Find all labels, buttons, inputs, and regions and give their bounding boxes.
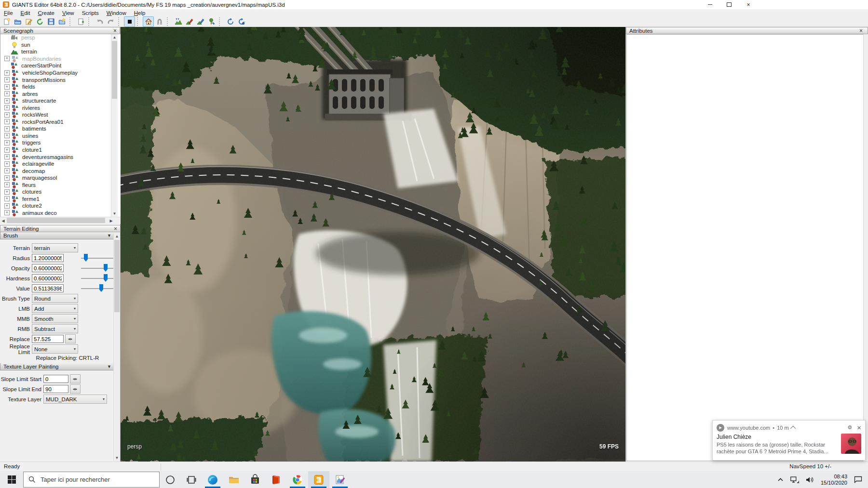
scroll-right-icon[interactable]: ▶ — [108, 217, 114, 224]
texture-section-header[interactable]: Texture Layer Painting ▼ — [0, 363, 121, 370]
spinner-arrows-icon[interactable]: ◂▸ — [70, 374, 81, 383]
scenegraph-item-cloture2[interactable]: +cloture2 — [0, 202, 121, 210]
scenegraph-item-arbres[interactable]: +arbres — [0, 90, 121, 97]
rmb-dropdown[interactable]: Subtract▾ — [32, 324, 78, 333]
slope-limit-end-input[interactable] — [43, 385, 68, 393]
expand-icon[interactable]: + — [4, 175, 10, 181]
export-icon[interactable] — [56, 16, 68, 27]
new-file-icon[interactable] — [1, 16, 12, 27]
scenegraph-item-fleurs[interactable]: +fleurs — [0, 181, 121, 188]
scenegraph-item-vehicleShopGameplay[interactable]: +vehicleShopGameplay — [0, 69, 121, 77]
brush-section-header[interactable]: Brush ▼ — [0, 232, 121, 239]
expand-icon[interactable]: + — [4, 105, 10, 110]
expand-icon[interactable]: + — [4, 77, 10, 82]
expand-icon[interactable]: + — [4, 91, 10, 96]
slider-thumb[interactable] — [84, 254, 88, 262]
value-input[interactable] — [32, 284, 64, 292]
terrain-panel-scrollbar[interactable]: ▲ ▼ — [113, 233, 120, 461]
menu-edit[interactable]: Edit — [17, 9, 34, 16]
spinner-arrows-icon[interactable]: ◂▸ — [65, 334, 76, 343]
browser-notification[interactable]: www.youtube.com • 10 m ⚙ × Julien Chièze… — [712, 420, 866, 461]
radius-slider[interactable] — [81, 254, 114, 262]
expand-icon[interactable]: + — [4, 182, 10, 187]
scroll-up-icon[interactable]: ▲ — [114, 233, 120, 239]
scenegraph-item-usines[interactable]: +usines — [0, 132, 121, 140]
menu-window[interactable]: Window — [103, 9, 130, 16]
menu-file[interactable]: File — [0, 9, 17, 16]
slope-limit-start-input[interactable] — [43, 375, 68, 383]
scenegraph-item-deventuresmagasins[interactable]: +deventuresmagasins — [0, 153, 121, 160]
cortana-button[interactable] — [160, 471, 181, 488]
scroll-down-icon[interactable]: ▼ — [111, 211, 118, 217]
terrain-dropdown[interactable]: terrain▾ — [32, 243, 78, 252]
scroll-down-icon[interactable]: ▼ — [114, 455, 120, 461]
scenegraph-vscrollbar[interactable]: ▲ ▼ — [111, 34, 118, 217]
menu-view[interactable]: View — [58, 9, 78, 16]
foliage-paint-icon[interactable] — [195, 16, 206, 27]
value-slider[interactable] — [81, 284, 114, 292]
scenegraph-item-fields[interactable]: +fields — [0, 83, 121, 91]
scenegraph-item-eclairageville[interactable]: +eclairageville — [0, 160, 121, 168]
terrain-paint-icon[interactable] — [184, 16, 195, 27]
3d-viewport[interactable]: persp 59 FPS — [121, 27, 625, 462]
action-center-icon[interactable] — [854, 476, 862, 483]
open-file-icon[interactable] — [12, 16, 23, 27]
scenegraph-item-animaux-deco[interactable]: +animaux deco — [0, 210, 121, 217]
edit-notes-icon[interactable] — [23, 16, 34, 27]
expand-icon[interactable]: + — [4, 112, 10, 118]
hardness-slider[interactable] — [81, 274, 114, 282]
minimize-button[interactable] — [700, 0, 719, 9]
opacity-slider[interactable] — [81, 264, 114, 272]
slider-thumb[interactable] — [104, 264, 108, 272]
reload-scripts-icon[interactable] — [225, 16, 236, 27]
expand-icon[interactable]: + — [4, 98, 10, 104]
reload-icon[interactable] — [34, 16, 45, 27]
scroll-thumb[interactable] — [114, 240, 120, 312]
render-mode-icon[interactable] — [124, 16, 135, 27]
tray-clock[interactable]: 08:43 15/10/2020 — [821, 474, 847, 486]
maximize-button[interactable] — [719, 0, 739, 9]
expand-icon[interactable]: + — [4, 133, 10, 138]
expand-icon[interactable]: + — [4, 189, 10, 195]
expand-icon[interactable]: + — [4, 161, 10, 167]
scenegraph-item-cloture1[interactable]: +cloture1 — [0, 146, 121, 154]
mmb-dropdown[interactable]: Smooth▾ — [32, 314, 78, 323]
expand-icon[interactable]: + — [4, 168, 10, 173]
undo-icon[interactable] — [94, 16, 105, 27]
giants-editor-icon[interactable] — [308, 471, 329, 488]
scenegraph-item-rivieres[interactable]: +rivieres — [0, 104, 121, 111]
scenegraph-item-decomap[interactable]: +decomap — [0, 167, 121, 174]
lmb-dropdown[interactable]: Add▾ — [32, 304, 78, 313]
expand-icon[interactable]: + — [4, 154, 10, 159]
chrome-icon[interactable] — [287, 471, 308, 488]
scroll-thumb[interactable] — [7, 218, 105, 223]
spinner-arrows-icon[interactable]: ◂▸ — [70, 384, 81, 394]
expand-icon[interactable]: + — [4, 203, 10, 209]
expand-icon[interactable]: + — [4, 84, 10, 90]
scroll-up-icon[interactable]: ▲ — [111, 34, 118, 40]
texture-layer-dropdown[interactable]: MUD_DARK▾ — [43, 395, 107, 404]
menu-create[interactable]: Create — [34, 9, 58, 16]
expand-icon[interactable]: + — [4, 56, 10, 61]
attributes-close-icon[interactable]: × — [859, 28, 863, 33]
scenegraph-item-rocksPortArea01[interactable]: +rocksPortArea01 — [0, 119, 121, 126]
scenegraph-item-transportMissions[interactable]: +transportMissions — [0, 76, 121, 83]
scenegraph-item-clotures[interactable]: +clotures — [0, 188, 121, 196]
scenegraph-item-rocksWest[interactable]: +rocksWest — [0, 111, 121, 119]
scenegraph-item-triggers[interactable]: +triggers — [0, 139, 121, 146]
network-icon[interactable] — [790, 476, 799, 483]
scenegraph-item-terrain[interactable]: terrain — [0, 48, 121, 55]
terrain-sculpt-icon[interactable] — [173, 16, 184, 27]
radius-input[interactable] — [32, 254, 64, 262]
slider-thumb[interactable] — [104, 274, 108, 282]
expand-icon[interactable]: + — [4, 147, 10, 153]
scenegraph-item-persp[interactable]: persp — [0, 34, 121, 41]
tree-plant-icon[interactable] — [206, 16, 217, 27]
taskbar-search[interactable]: Taper ici pour rechercher — [23, 472, 160, 488]
tray-chevron-icon[interactable] — [777, 477, 784, 483]
opacity-input[interactable] — [32, 264, 64, 272]
scenegraph-item-careerStartPoint[interactable]: careerStartPoint — [0, 62, 121, 69]
menu-scripts[interactable]: Scripts — [78, 9, 103, 16]
script-add-icon[interactable] — [75, 16, 86, 27]
scenegraph-item-sun[interactable]: sun — [0, 41, 121, 49]
